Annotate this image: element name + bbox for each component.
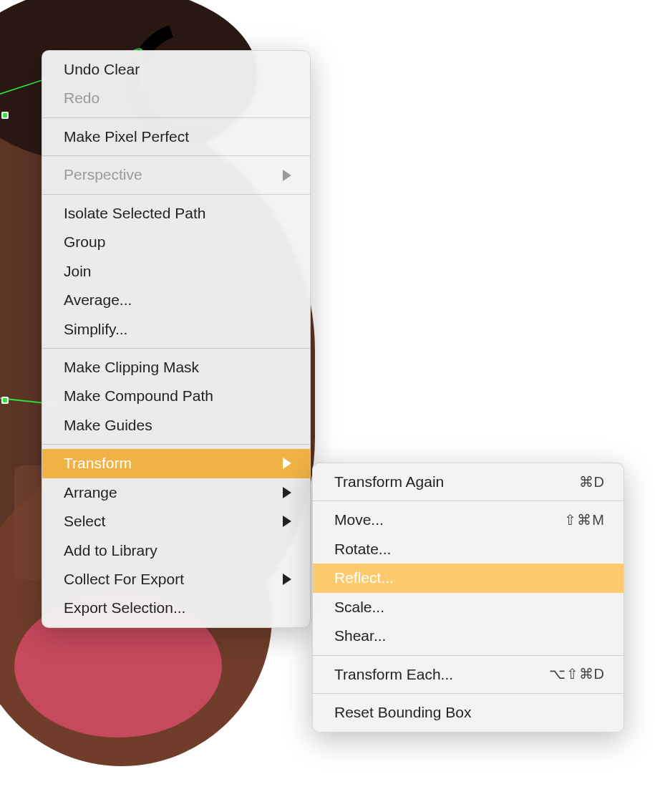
menu-shortcut: ⌘D (579, 472, 605, 493)
menu-label: Redo (64, 87, 291, 109)
menu-item-transform-each[interactable]: Transform Each... ⌥⇧⌘D (313, 660, 624, 689)
menu-item-export-selection[interactable]: Export Selection... (42, 594, 310, 622)
submenu-arrow-icon (283, 170, 291, 181)
menu-label: Scale... (334, 596, 605, 618)
menu-label: Undo Clear (64, 59, 291, 80)
menu-item-simplify[interactable]: Simplify... (42, 315, 310, 344)
menu-label: Simplify... (64, 319, 291, 340)
menu-label: Isolate Selected Path (64, 203, 291, 224)
menu-item-select[interactable]: Select (42, 507, 310, 536)
menu-item-transform[interactable]: Transform (42, 449, 310, 478)
submenu-arrow-icon (283, 458, 291, 469)
menu-item-reset-bounding-box[interactable]: Reset Bounding Box (313, 698, 624, 727)
menu-label: Make Pixel Perfect (64, 126, 291, 148)
menu-item-arrange[interactable]: Arrange (42, 478, 310, 507)
menu-item-make-guides[interactable]: Make Guides (42, 411, 310, 440)
menu-item-rotate[interactable]: Rotate... (313, 535, 624, 564)
menu-item-make-pixel-perfect[interactable]: Make Pixel Perfect (42, 122, 310, 151)
menu-separator (42, 117, 310, 118)
anchor-point[interactable] (1, 397, 9, 404)
menu-separator (42, 348, 310, 349)
menu-item-make-compound-path[interactable]: Make Compound Path (42, 382, 310, 410)
menu-item-join[interactable]: Join (42, 257, 310, 286)
menu-item-group[interactable]: Group (42, 228, 310, 256)
menu-label: Transform (64, 453, 276, 474)
menu-shortcut: ⇧⌘M (564, 510, 605, 531)
menu-label: Rotate... (334, 538, 605, 560)
submenu-arrow-icon (283, 487, 291, 498)
menu-label: Make Guides (64, 415, 291, 436)
menu-label: Add to Library (64, 540, 291, 561)
menu-label: Join (64, 261, 291, 282)
submenu-arrow-icon (283, 574, 291, 585)
menu-label: Move... (334, 509, 555, 531)
menu-item-scale[interactable]: Scale... (313, 593, 624, 622)
menu-item-undo[interactable]: Undo Clear (42, 55, 310, 84)
menu-item-redo: Redo (42, 84, 310, 112)
menu-label: Average... (64, 289, 291, 311)
menu-label: Make Clipping Mask (64, 357, 291, 378)
menu-item-reflect[interactable]: Reflect... (313, 564, 624, 592)
menu-item-average[interactable]: Average... (42, 286, 310, 314)
menu-label: Shear... (334, 625, 605, 647)
submenu-arrow-icon (283, 516, 291, 527)
menu-label: Group (64, 231, 291, 253)
context-menu: Undo Clear Redo Make Pixel Perfect Persp… (42, 50, 311, 628)
menu-item-perspective: Perspective (42, 160, 310, 189)
menu-separator (42, 194, 310, 195)
menu-label: Transform Each... (334, 664, 540, 685)
menu-label: Reset Bounding Box (334, 702, 605, 723)
menu-label: Collect For Export (64, 569, 276, 590)
transform-submenu: Transform Again ⌘D Move... ⇧⌘M Rotate...… (312, 463, 624, 733)
menu-separator (42, 444, 310, 445)
anchor-point[interactable] (1, 112, 9, 119)
menu-item-shear[interactable]: Shear... (313, 622, 624, 650)
menu-separator (313, 655, 624, 656)
menu-label: Perspective (64, 164, 276, 185)
menu-shortcut: ⌥⇧⌘D (549, 664, 605, 685)
menu-separator (313, 693, 624, 694)
menu-label: Transform Again (334, 471, 571, 493)
menu-item-add-to-library[interactable]: Add to Library (42, 536, 310, 565)
menu-separator (42, 155, 310, 156)
menu-label: Make Compound Path (64, 385, 291, 407)
menu-separator (313, 501, 624, 501)
menu-label: Reflect... (334, 567, 605, 589)
menu-item-transform-again[interactable]: Transform Again ⌘D (313, 468, 624, 496)
menu-label: Export Selection... (64, 597, 291, 619)
menu-item-move[interactable]: Move... ⇧⌘M (313, 506, 624, 534)
menu-label: Select (64, 511, 276, 532)
menu-item-collect-for-export[interactable]: Collect For Export (42, 565, 310, 594)
menu-item-make-clipping-mask[interactable]: Make Clipping Mask (42, 353, 310, 382)
menu-item-isolate-selected-path[interactable]: Isolate Selected Path (42, 199, 310, 228)
menu-label: Arrange (64, 482, 276, 503)
